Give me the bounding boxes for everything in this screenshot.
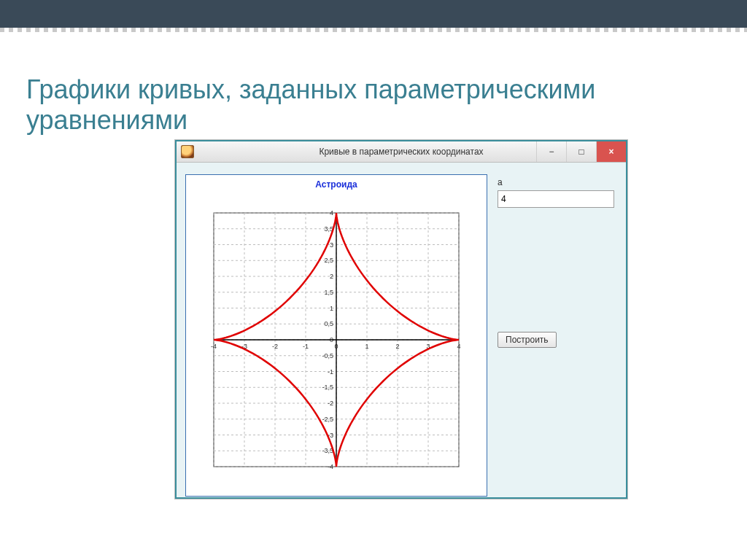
svg-text:1,5: 1,5 — [324, 289, 333, 296]
svg-text:-0,5: -0,5 — [322, 352, 333, 359]
window-client-area: Астроида -4-3-2-101234-4-3,5-3-2,5-2-1,5… — [177, 163, 626, 498]
astroid-plot: -4-3-2-101234-4-3,5-3-2,5-2-1,5-1-0,500,… — [193, 192, 479, 487]
control-panel: a Построить — [498, 177, 614, 348]
svg-text:3: 3 — [330, 241, 333, 249]
plot-title: Астроида — [186, 179, 487, 190]
svg-text:1: 1 — [330, 305, 333, 312]
slide-title: Графики кривых, заданных параметрическим… — [26, 74, 683, 135]
app-window: Кривые в параметрических координатах − □… — [175, 140, 627, 499]
minimize-button[interactable]: − — [536, 141, 566, 162]
svg-text:2: 2 — [395, 343, 399, 350]
svg-text:0,5: 0,5 — [324, 320, 333, 327]
svg-text:2: 2 — [330, 273, 333, 280]
svg-text:2,5: 2,5 — [324, 257, 333, 264]
svg-text:-2,5: -2,5 — [322, 416, 333, 423]
a-input[interactable] — [498, 190, 614, 208]
svg-text:-2: -2 — [272, 343, 278, 350]
close-button[interactable]: × — [596, 141, 626, 162]
svg-text:-4: -4 — [328, 463, 333, 470]
slide-top-band — [0, 0, 747, 29]
svg-text:-1: -1 — [328, 368, 333, 376]
maximize-button[interactable]: □ — [566, 141, 596, 162]
build-button[interactable]: Построить — [498, 332, 557, 348]
svg-text:4: 4 — [457, 343, 460, 350]
svg-text:1: 1 — [365, 343, 368, 350]
svg-text:-2: -2 — [328, 400, 333, 407]
svg-text:-1,5: -1,5 — [322, 384, 333, 391]
plot-panel: Астроида -4-3-2-101234-4-3,5-3-2,5-2-1,5… — [185, 174, 487, 497]
a-label: a — [498, 177, 614, 187]
window-titlebar[interactable]: Кривые в параметрических координатах − □… — [177, 141, 626, 163]
svg-text:4: 4 — [330, 209, 333, 217]
app-icon — [181, 145, 194, 158]
svg-text:-4: -4 — [211, 343, 217, 350]
svg-text:-1: -1 — [303, 343, 309, 350]
window-control-group: − □ × — [536, 141, 626, 162]
